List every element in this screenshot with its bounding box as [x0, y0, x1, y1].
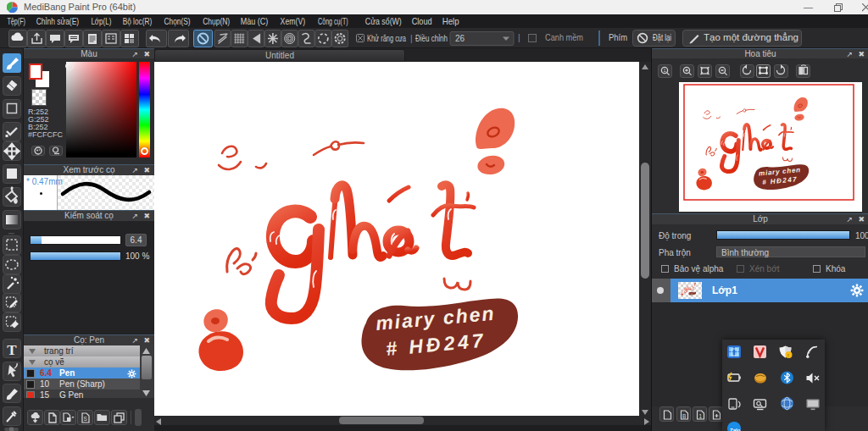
svg-text:26: 26 — [455, 34, 465, 43]
svg-text:Điều chỉnh: Điều chỉnh — [415, 34, 448, 43]
svg-text:Khử răng cưa: Khử răng cưa — [367, 34, 406, 43]
svg-text:Cửa sổ(W): Cửa sổ(W) — [365, 16, 402, 26]
svg-text:|: | — [518, 33, 520, 42]
svg-text:Đặt lại: Đặt lại — [653, 33, 671, 42]
svg-text:Chụp(N): Chụp(N) — [203, 16, 230, 26]
svg-text:Tạo một đường thẳng: Tạo một đường thẳng — [704, 32, 798, 42]
svg-text:B: B — [682, 412, 686, 418]
svg-text:Canh mềm: Canh mềm — [545, 33, 583, 42]
svg-text:Màu (C): Màu (C) — [241, 16, 269, 26]
svg-text:1: 1 — [664, 68, 666, 73]
svg-text:1: 1 — [698, 412, 702, 418]
svg-text:Help: Help — [442, 16, 459, 26]
svg-text:Tệp(F): Tệp(F) — [7, 16, 25, 26]
svg-text:|: | — [410, 34, 413, 43]
svg-text:Công cụ(T): Công cụ(T) — [318, 16, 348, 26]
svg-text:Zalo: Zalo — [730, 428, 741, 431]
svg-text:Lớp(L): Lớp(L) — [91, 16, 111, 26]
svg-text:Chọn(S): Chọn(S) — [164, 16, 191, 26]
svg-text:S: S — [84, 416, 88, 422]
svg-text:Chỉnh sửa(E): Chỉnh sửa(E) — [36, 16, 79, 26]
svg-text:T: T — [7, 342, 17, 358]
svg-text:Bộ loc(R): Bộ loc(R) — [123, 16, 153, 26]
svg-text:Phím: Phím — [609, 33, 627, 42]
svg-text:Cloud: Cloud — [412, 16, 432, 26]
svg-text:Xem(V): Xem(V) — [281, 16, 306, 26]
